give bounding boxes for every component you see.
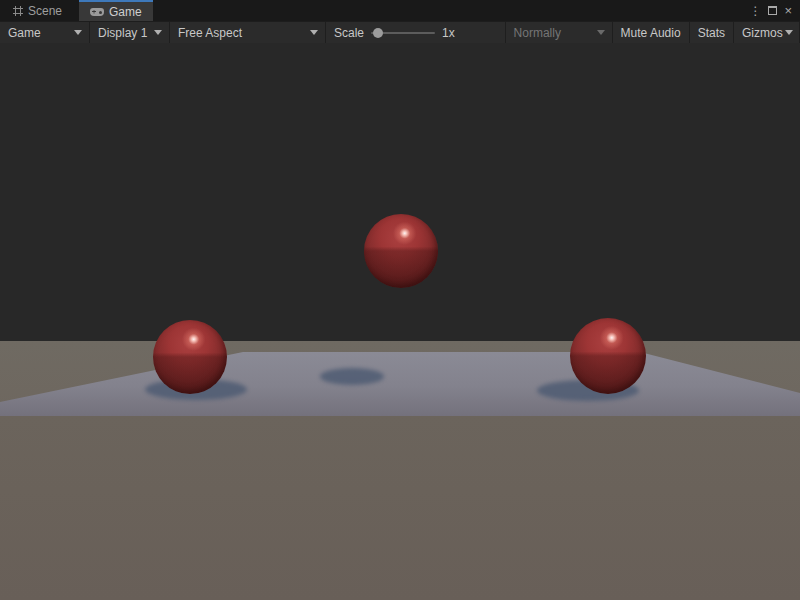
scale-slider-knob[interactable] xyxy=(373,28,383,38)
tab-game-label: Game xyxy=(109,5,142,19)
aspect-ratio-dropdown[interactable]: Free Aspect xyxy=(170,22,326,43)
window-controls: ⋮ × xyxy=(749,0,800,21)
stats-label: Stats xyxy=(696,26,727,40)
scale-value: 1x xyxy=(442,26,455,40)
gizmos-dropdown-label: Gizmos xyxy=(740,26,785,40)
stats-button[interactable]: Stats xyxy=(690,22,734,43)
display-dropdown[interactable]: Display 1 xyxy=(90,22,170,43)
gamepad-icon xyxy=(90,8,104,16)
chevron-down-icon xyxy=(785,30,793,35)
chevron-down-icon xyxy=(154,30,162,35)
sky-gradient xyxy=(0,43,800,345)
scale-label: Scale xyxy=(334,26,364,40)
red-sphere-left xyxy=(153,320,227,394)
game-viewport[interactable] xyxy=(0,43,800,600)
game-mode-dropdown-label: Game xyxy=(6,26,43,40)
tab-game[interactable]: Game xyxy=(79,0,153,21)
scale-control: Scale 1x xyxy=(326,22,461,43)
scale-slider[interactable] xyxy=(371,32,435,34)
close-icon[interactable]: × xyxy=(784,4,792,17)
game-mode-dropdown[interactable]: Game xyxy=(0,22,90,43)
chevron-down-icon xyxy=(74,30,82,35)
maximize-icon[interactable] xyxy=(768,6,777,15)
tab-scene-label: Scene xyxy=(28,4,62,18)
gizmos-dropdown[interactable]: Gizmos xyxy=(734,22,800,43)
chevron-down-icon xyxy=(597,30,605,35)
red-sphere-center xyxy=(364,214,438,288)
display-dropdown-label: Display 1 xyxy=(96,26,149,40)
mute-audio-button[interactable]: Mute Audio xyxy=(613,22,690,43)
toolbar-spacer xyxy=(461,22,505,43)
mute-audio-label: Mute Audio xyxy=(619,26,683,40)
aspect-ratio-dropdown-label: Free Aspect xyxy=(176,26,244,40)
red-sphere-right xyxy=(570,318,646,394)
kebab-menu-icon[interactable]: ⋮ xyxy=(749,5,761,17)
scene-grid-icon xyxy=(13,6,23,16)
play-mode-dropdown[interactable]: Normally xyxy=(505,22,613,43)
tab-bar: Scene Game ⋮ × xyxy=(0,0,800,21)
foreground-ground xyxy=(0,416,800,600)
play-mode-dropdown-label: Normally xyxy=(512,26,563,40)
tabbar-spacer xyxy=(153,0,750,21)
shadow-floating-sphere xyxy=(320,368,384,385)
game-view-toolbar: Game Display 1 Free Aspect Scale 1x Norm… xyxy=(0,21,800,43)
chevron-down-icon xyxy=(310,30,318,35)
tab-scene[interactable]: Scene xyxy=(2,0,73,21)
